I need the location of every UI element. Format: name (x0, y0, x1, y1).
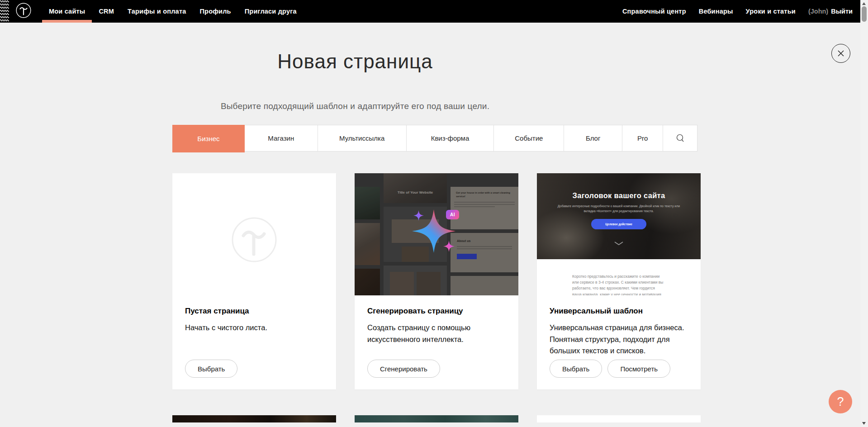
card-preview-partial[interactable] (537, 415, 701, 422)
tab-label: Бизнес (197, 135, 219, 142)
nav-item-label: Вебинары (699, 8, 733, 15)
card-universal-template[interactable]: Заголовок вашего сайта Добавьте интересн… (537, 173, 701, 389)
nav-item-help-center[interactable]: Справочный центр (616, 0, 693, 23)
scroll-down-arrow[interactable] (862, 422, 866, 425)
tilda-watermark-icon (232, 217, 277, 262)
nav-item-tariffs[interactable]: Тарифы и оплата (121, 0, 193, 23)
vertical-scrollbar[interactable] (860, 0, 868, 427)
template-hero: Заголовок вашего сайта Добавьте интересн… (537, 173, 701, 259)
card-preview-partial[interactable] (355, 415, 518, 422)
nav-item-label: Пригласи друга (245, 8, 297, 15)
nav-user-block: (John) Выйти (802, 0, 853, 23)
generate-button[interactable]: Сгенерировать (367, 360, 440, 378)
tilda-logo[interactable] (16, 3, 31, 20)
tab-business[interactable]: Бизнес (172, 125, 245, 152)
choose-button[interactable]: Выбрать (550, 360, 602, 378)
zigzag-pattern-icon (0, 0, 9, 23)
nav-item-label: Справочный центр (622, 8, 686, 15)
page-title: Новая страница (140, 50, 570, 73)
template-body-text: Коротко представьтесь и расскажите о ком… (572, 274, 665, 295)
tab-quiz-form[interactable]: Квиз-форма (407, 125, 494, 151)
close-icon (836, 49, 845, 58)
nav-item-my-sites[interactable]: Мои сайты (42, 0, 92, 23)
universal-template-preview: Заголовок вашего сайта Добавьте интересн… (537, 173, 701, 295)
template-category-tabs: Бизнес Магазин Мультиссылка Квиз-форма С… (172, 125, 697, 152)
close-button[interactable] (831, 44, 850, 63)
nav-item-profile[interactable]: Профиль (193, 0, 237, 23)
nav-item-crm[interactable]: CRM (92, 0, 121, 23)
tab-pro[interactable]: Pro (622, 125, 663, 151)
card-blank-page[interactable]: Пустая страница Начать с чистого листа. … (172, 173, 336, 389)
template-hero-text: Добавьте интересные подробности о вашей … (555, 204, 683, 214)
card-description: Универсальная страница для бизнеса. Поня… (550, 322, 688, 357)
choose-button[interactable]: Выбрать (185, 360, 237, 378)
tab-multilink[interactable]: Мультиссылка (318, 125, 407, 151)
card-title: Сгенерировать страницу (367, 307, 506, 316)
nav-item-label: CRM (99, 8, 114, 15)
question-icon: ? (837, 395, 844, 409)
nav-item-label: Мои сайты (49, 8, 85, 15)
blank-page-preview (172, 173, 336, 295)
tab-shop[interactable]: Магазин (245, 125, 318, 151)
top-navbar: Мои сайты CRM Тарифы и оплата Профиль Пр… (0, 0, 868, 23)
nav-item-label: Профиль (199, 8, 231, 15)
user-name: (John) (808, 8, 828, 15)
tab-blog[interactable]: Блог (564, 125, 622, 151)
page-subtitle: Выберите подходящий шаблон и адаптируйте… (140, 101, 570, 111)
tab-event[interactable]: Событие (494, 125, 564, 151)
nav-item-invite-friend[interactable]: Пригласи друга (238, 0, 304, 23)
tab-label: Событие (515, 134, 543, 142)
template-cards-row-1: Пустая страница Начать с чистого листа. … (172, 173, 701, 389)
card-preview-partial[interactable] (172, 415, 336, 422)
logout-link[interactable]: Выйти (831, 8, 853, 15)
nav-item-webinars[interactable]: Вебинары (693, 0, 740, 23)
card-ai-generate[interactable]: Title of Your Website (355, 173, 518, 389)
navbar-right-menu: Справочный центр Вебинары Уроки и статьи… (616, 0, 868, 23)
template-cta-button: Целевое действие (591, 219, 646, 229)
view-button[interactable]: Посмотреть (607, 360, 670, 378)
card-description: Создать страницу с помощью искусственног… (367, 322, 480, 345)
tab-label: Мультиссылка (339, 134, 384, 142)
help-button[interactable]: ? (829, 390, 852, 413)
scroll-up-arrow[interactable] (862, 2, 866, 5)
tab-label: Квиз-форма (431, 134, 470, 142)
tab-label: Магазин (268, 134, 294, 142)
tab-search[interactable] (663, 125, 697, 151)
scrollbar-thumb[interactable] (862, 6, 867, 22)
card-title: Универсальный шаблон (550, 307, 688, 316)
tab-label: Блог (586, 134, 600, 142)
template-hero-title: Заголовок вашего сайта (537, 191, 701, 200)
nav-item-label: Уроки и статьи (746, 8, 796, 15)
ai-badge: AI (446, 210, 459, 219)
nav-item-lessons[interactable]: Уроки и статьи (740, 0, 802, 23)
sparkle-small-icon (443, 241, 455, 252)
card-title: Пустая страница (185, 307, 323, 316)
nav-item-label: Тарифы и оплата (128, 8, 186, 15)
chevron-down-icon (537, 239, 701, 247)
card-description: Начать с чистого листа. (185, 322, 323, 334)
ai-generate-preview: Title of Your Website (355, 173, 518, 295)
template-body: Коротко представьтесь и расскажите о ком… (537, 259, 701, 295)
template-cards-row-2 (172, 415, 701, 422)
tab-label: Pro (637, 134, 648, 142)
navbar-left-menu: Мои сайты CRM Тарифы и оплата Профиль Пр… (42, 0, 304, 23)
search-icon (675, 133, 685, 143)
